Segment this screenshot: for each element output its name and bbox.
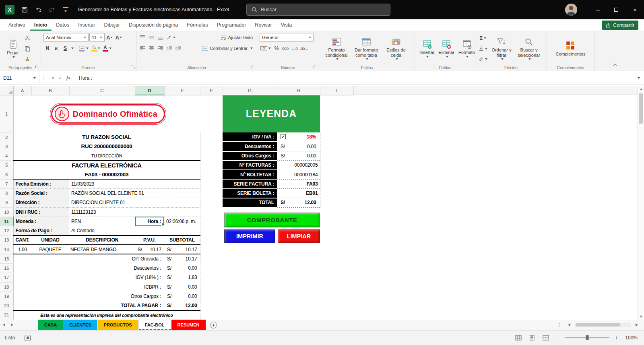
user-avatar[interactable] xyxy=(565,4,577,16)
cell[interactable] xyxy=(200,236,223,245)
row-header-7[interactable]: 7 xyxy=(0,179,13,188)
row-header-20[interactable]: 20 xyxy=(0,301,13,310)
sheet-tab-resumen[interactable]: RESUMEN xyxy=(171,320,206,330)
decrease-decimal-button[interactable]: .00→ xyxy=(299,44,309,53)
cell[interactable] xyxy=(277,264,320,273)
invoice-field-label[interactable]: Fecha Emisión : xyxy=(13,179,69,188)
ribbon-tab-datos[interactable]: Datos xyxy=(52,19,74,31)
row-header-15[interactable]: 15 xyxy=(0,254,13,263)
save-button[interactable] xyxy=(18,0,31,19)
invoice-footer-note[interactable]: Esta es una representación impresa del c… xyxy=(13,310,200,320)
total-a-pagar-label[interactable]: TOTAL A PAGAR : xyxy=(13,301,164,310)
align-right-button[interactable] xyxy=(157,44,165,53)
cell[interactable] xyxy=(320,151,353,161)
items-header[interactable]: UNIDAD xyxy=(31,236,69,245)
cell[interactable] xyxy=(320,132,353,142)
invoice-company-address[interactable]: TU DIRECCIÓN xyxy=(13,151,200,161)
scroll-down-button[interactable] xyxy=(638,314,644,320)
leyenda-label[interactable]: Otros Cargos : xyxy=(223,151,277,161)
formula-input[interactable]: Hora : xyxy=(74,71,97,85)
scroll-up-button[interactable] xyxy=(638,86,644,92)
total-label[interactable]: Descuentos : xyxy=(13,264,164,273)
wrap-text-button[interactable]: Ajustar texto xyxy=(219,35,254,40)
customize-quick-access-button[interactable] xyxy=(59,0,72,19)
total-a-pagar-value[interactable]: S/12.00 xyxy=(164,301,200,310)
find-select-button[interactable]: Buscar y seleccionar xyxy=(515,33,543,64)
row-header-2[interactable]: 2 xyxy=(0,132,13,142)
search-input[interactable]: Buscar xyxy=(246,4,390,16)
cell[interactable] xyxy=(320,142,353,151)
italic-button[interactable]: K xyxy=(52,44,60,53)
invoice-doc-number[interactable]: FA03 - 000002003 xyxy=(13,170,200,179)
row-header-10[interactable]: 10 xyxy=(0,207,13,217)
minimize-button[interactable]: ─ xyxy=(588,0,607,19)
maximize-button[interactable] xyxy=(607,0,625,19)
cell[interactable] xyxy=(320,282,353,291)
cell[interactable] xyxy=(320,170,353,179)
items-header[interactable]: CANT. xyxy=(13,236,31,245)
invoice-field-value[interactable]: 11/03/2023 xyxy=(69,179,200,188)
tab-split-handle[interactable]: ⋮ xyxy=(555,322,564,328)
leyenda-title[interactable]: LEYENDA xyxy=(223,95,320,132)
sheet-nav-right-button[interactable] xyxy=(8,320,16,330)
cell[interactable] xyxy=(320,189,353,198)
column-header-i[interactable]: I xyxy=(320,86,353,95)
leyenda-value[interactable]: 000000184 xyxy=(277,170,320,179)
decrease-indent-button[interactable] xyxy=(165,44,173,53)
fill-button[interactable] xyxy=(478,44,488,53)
borders-button[interactable] xyxy=(78,44,89,53)
cell[interactable] xyxy=(200,189,223,198)
row-header-5[interactable]: 5 xyxy=(0,161,13,170)
leyenda-value[interactable]: FA03 xyxy=(277,179,320,188)
align-center-button[interactable] xyxy=(148,44,156,53)
cell[interactable] xyxy=(200,170,223,179)
invoice-company-ruc[interactable]: RUC 2000000000000 xyxy=(13,142,200,151)
format-painter-button[interactable] xyxy=(23,55,31,64)
select-all-corner[interactable] xyxy=(0,86,13,95)
collapse-ribbon-button[interactable] xyxy=(612,62,619,68)
row-header-18[interactable]: 18 xyxy=(0,282,13,291)
addins-button[interactable]: Complementos xyxy=(554,33,588,64)
cell[interactable] xyxy=(277,254,320,263)
invoice-logo-cell[interactable]: Dominando Ofimática xyxy=(13,95,223,132)
cell[interactable] xyxy=(320,179,353,188)
limpiar-button[interactable]: LIMPIAR xyxy=(278,229,320,243)
invoice-field-label[interactable]: Forma de Pago : xyxy=(13,226,69,236)
leyenda-label[interactable]: Nº FACTURAS : xyxy=(223,161,277,170)
leyenda-value-total[interactable]: S/12.00 xyxy=(277,198,320,207)
cell[interactable] xyxy=(200,273,223,282)
cell[interactable] xyxy=(200,161,223,170)
dialog-launcher-number[interactable] xyxy=(313,65,318,70)
percent-style-button[interactable]: % xyxy=(272,44,281,53)
sort-filter-button[interactable]: Ordenar y filtrar xyxy=(488,33,515,64)
hscroll-right-button[interactable] xyxy=(633,323,641,326)
cell[interactable] xyxy=(320,226,353,236)
row-header-16[interactable]: 16 xyxy=(0,264,13,273)
orientation-button[interactable] xyxy=(165,33,176,42)
cell[interactable] xyxy=(277,291,320,301)
sheet-tab-clientes[interactable]: CLIENTES xyxy=(63,320,97,330)
new-sheet-button[interactable]: + xyxy=(210,322,217,328)
hscroll-left-button[interactable] xyxy=(565,323,573,326)
decrease-font-button[interactable]: A xyxy=(114,33,122,42)
column-header-h[interactable]: H xyxy=(277,86,320,95)
cell[interactable] xyxy=(277,301,320,310)
align-bottom-button[interactable] xyxy=(157,33,165,42)
font-color-button[interactable]: A xyxy=(102,44,112,53)
comprobante-button[interactable]: COMPROBANTE xyxy=(224,213,320,227)
row-header-17[interactable]: 17 xyxy=(0,273,13,282)
bold-button[interactable]: N xyxy=(43,44,52,53)
row-header-14[interactable]: 14 xyxy=(0,245,13,254)
enter-entry-button[interactable]: ✓ xyxy=(58,75,62,81)
column-header-a[interactable]: A xyxy=(13,86,31,95)
invoice-field-value[interactable]: RAZÓN SOCIAL DEL CLEINTE 01 xyxy=(69,189,200,198)
cell[interactable] xyxy=(200,132,223,142)
horizontal-scroll-track[interactable] xyxy=(575,323,631,327)
ribbon-tab-inicio[interactable]: Inicio xyxy=(30,19,52,31)
cell[interactable] xyxy=(200,245,223,254)
total-value[interactable]: S/0.00 xyxy=(164,291,200,301)
name-box[interactable]: D11 xyxy=(0,71,39,85)
ribbon-tab-dibujar[interactable]: Dibujar xyxy=(99,19,124,31)
column-header-f[interactable]: F xyxy=(200,86,223,95)
total-label[interactable]: IGV (18% ) : xyxy=(13,273,164,282)
